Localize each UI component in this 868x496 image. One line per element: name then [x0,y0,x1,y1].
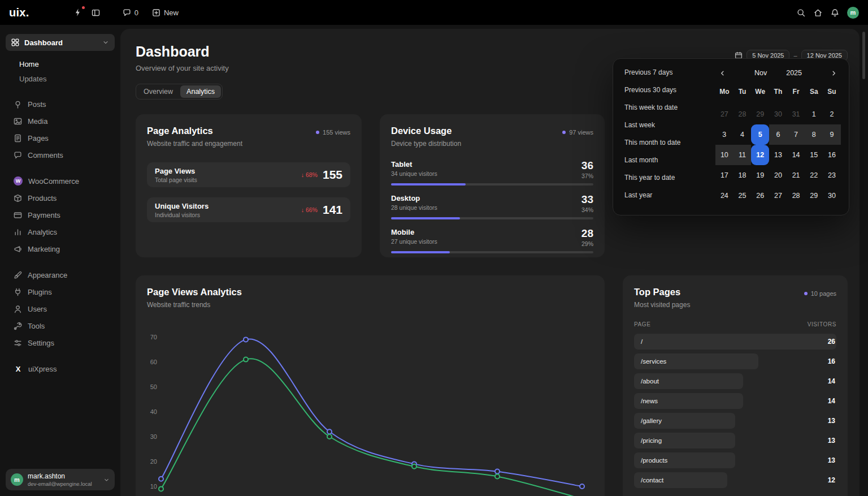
calendar-day[interactable]: 17 [715,165,734,186]
calendar-day[interactable]: 16 [823,145,841,165]
sidebar-item-analytics[interactable]: Analytics [6,223,115,240]
list-item[interactable]: /pricing13 [634,433,836,448]
preset-last-week[interactable]: Last week [618,116,711,133]
comments-icon [123,8,131,17]
calendar-day[interactable]: 30 [823,186,841,206]
calendar-day[interactable]: 2 [823,104,841,124]
calendar-day[interactable]: 29 [751,104,769,124]
preset-previous-7-days[interactable]: Previous 7 days [618,63,711,81]
tab-overview[interactable]: Overview [137,85,179,98]
calendar-day[interactable]: 15 [805,145,823,165]
metric-label: Unique Visitors [155,202,209,210]
list-item[interactable]: /news14 [634,393,836,409]
sidebar-item-updates[interactable]: Updates [19,75,115,83]
sidebar-item-posts[interactable]: Posts [6,96,115,113]
calendar-day[interactable]: 24 [715,186,734,206]
calendar-day[interactable]: 8 [805,124,823,145]
calendar-day[interactable]: 20 [769,165,787,186]
user-menu[interactable]: m mark.ashton dev-email@wpengine.local [6,469,115,490]
calendar-day[interactable]: 9 [823,124,841,145]
list-item[interactable]: /services16 [634,353,836,369]
visitors-count: 14 [828,393,835,409]
bolt-icon[interactable] [73,8,83,17]
pages-icon [14,134,22,143]
list-item[interactable]: /products13 [634,452,836,468]
calendar-day[interactable]: 10 [715,145,734,165]
calendar-day[interactable]: 25 [734,186,752,206]
calendar-day[interactable]: 23 [823,165,841,186]
dashboard-switcher[interactable]: Dashboard [6,34,115,51]
preset-last-year[interactable]: Last year [618,186,711,204]
calendar-day[interactable]: 28 [734,104,752,124]
preset-previous-30-days[interactable]: Previous 30 days [618,81,711,98]
sidebar-item-payments[interactable]: Payments [6,206,115,223]
sidebar-item-label: Appearance [28,271,67,279]
calendar-day[interactable]: 22 [805,165,823,186]
list-item[interactable]: /contact12 [634,472,836,488]
sidebar-item-settings[interactable]: Settings [6,334,115,351]
preset-this-week-to-date[interactable]: This week to date [618,98,711,116]
sidebar-item-uixpress[interactable]: XuiXpress [6,360,115,377]
sidebar-item-products[interactable]: Products [6,189,115,206]
card-subtitle: Website traffic and engagement [147,140,242,148]
calendar-day[interactable]: 14 [787,145,805,165]
new-shortcut[interactable]: New [152,8,179,17]
sidebar-item-label: Posts [28,100,46,109]
calendar-day[interactable]: 12 [751,145,769,165]
day-header-sa: Sa [805,84,823,100]
sidebar-item-pages[interactable]: Pages [6,130,115,146]
calendar-day[interactable]: 27 [715,104,734,124]
calendar-day[interactable]: 1 [805,104,823,124]
calendar-day[interactable]: 13 [769,145,787,165]
calendar-day[interactable]: 4 [734,124,752,145]
avatar[interactable]: m [847,7,859,19]
sidebar-item-comments[interactable]: Comments [6,146,115,163]
tab-analytics[interactable]: Analytics [180,85,221,98]
prev-month-button[interactable] [715,66,729,80]
sidebar-item-plugins[interactable]: Plugins [6,283,115,300]
calendar-day[interactable]: 26 [751,186,769,206]
month-select[interactable]: Nov [754,69,767,77]
calendar-day[interactable]: 31 [787,104,805,124]
scrollbar-thumb[interactable] [862,32,865,79]
list-item[interactable]: /about14 [634,373,836,389]
calendar-day[interactable]: 29 [805,186,823,206]
calendar-day[interactable]: 18 [734,165,752,186]
metric-value: 155 [323,168,342,182]
preset-this-month-to-date[interactable]: This month to date [618,133,711,151]
calendar-day[interactable]: 5 [751,124,769,145]
panel-toggle-icon[interactable] [92,8,100,17]
svg-text:10: 10 [150,483,157,490]
metric-sublabel: Individual visitors [155,212,209,218]
search-icon[interactable] [797,8,805,17]
comments-shortcut[interactable]: 0 [123,8,138,17]
calendar-day[interactable]: 28 [787,186,805,206]
list-item[interactable]: /26 [634,334,836,350]
preset-last-month[interactable]: Last month [618,151,711,169]
calendar-day[interactable]: 11 [734,145,752,165]
home-icon[interactable] [814,8,822,17]
calendar-day[interactable]: 6 [769,124,787,145]
page-path: /about [634,373,659,389]
top-pages-list: /26/services16/about14/news14/gallery13/… [634,334,836,488]
sidebar-item-marketing[interactable]: Marketing [6,240,115,257]
calendar-day[interactable]: 7 [787,124,805,145]
bell-icon[interactable] [831,8,839,17]
sidebar-item-media[interactable]: Media [6,113,115,130]
calendar-day[interactable]: 30 [769,104,787,124]
year-select[interactable]: 2025 [786,69,802,77]
sidebar-item-home[interactable]: Home [19,60,115,68]
sidebar-item-users[interactable]: Users [6,300,115,317]
calendar-day[interactable]: 19 [751,165,769,186]
sidebar-item-label: Products [28,194,57,202]
calendar-day[interactable]: 3 [715,124,734,145]
logo[interactable]: uix. [9,6,29,19]
sidebar-item-woocommerce[interactable]: WWooCommerce [6,172,115,189]
preset-this-year-to-date[interactable]: This year to date [618,169,711,186]
calendar-day[interactable]: 27 [769,186,787,206]
list-item[interactable]: /gallery13 [634,413,836,429]
sidebar-item-appearance[interactable]: Appearance [6,266,115,283]
sidebar-item-tools[interactable]: Tools [6,317,115,334]
next-month-button[interactable] [827,66,841,80]
calendar-day[interactable]: 21 [787,165,805,186]
